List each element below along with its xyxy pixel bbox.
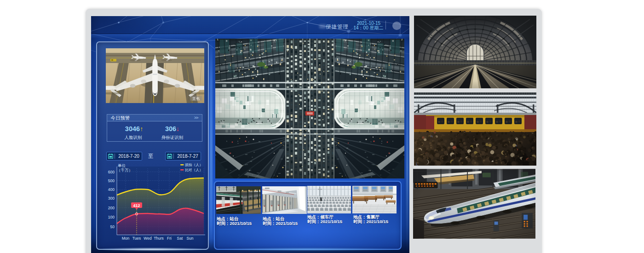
svg-text:（千万）: （千万）	[117, 168, 132, 172]
svg-text:单位: 单位	[118, 163, 126, 168]
svg-text:Mon: Mon	[122, 236, 130, 241]
svg-text:Sat: Sat	[177, 236, 183, 241]
svg-text:50: 50	[110, 224, 115, 229]
svg-text:豆包: 豆包	[192, 97, 200, 101]
svg-text:Wed: Wed	[144, 236, 152, 241]
svg-text:比对（人）: 比对（人）	[185, 168, 203, 172]
svg-text:400: 400	[108, 187, 115, 192]
svg-text:100: 100	[108, 215, 115, 219]
svg-text:抓拍（人）: 抓拍（人）	[185, 163, 203, 167]
svg-text:412: 412	[133, 203, 140, 208]
svg-text:Thurs: Thurs	[154, 236, 164, 241]
svg-text:Tues: Tues	[132, 236, 141, 241]
svg-text:600: 600	[108, 170, 115, 174]
svg-text:500: 500	[108, 178, 115, 183]
svg-text:300: 300	[108, 196, 115, 201]
svg-text:200: 200	[108, 206, 115, 210]
svg-text:Fri: Fri	[167, 236, 172, 241]
svg-text:Sun: Sun	[186, 236, 193, 241]
